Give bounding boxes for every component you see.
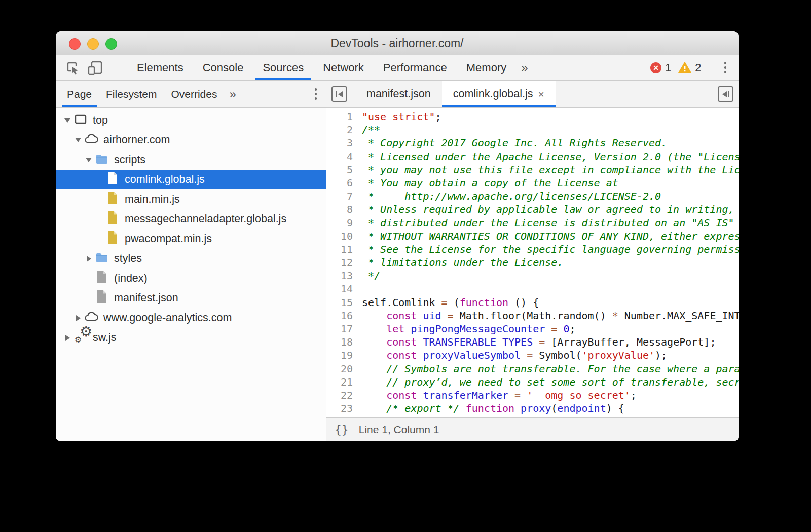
line-number: 1 <box>326 110 353 123</box>
editor-pane: manifest.jsoncomlink.global.js× 12345678… <box>326 81 739 441</box>
tree-item-pwacompat-min-js[interactable]: pwacompat.min.js <box>56 229 326 249</box>
code-line[interactable]: * Licensed under the Apache License, Ver… <box>362 150 739 163</box>
folder-icon <box>95 251 108 267</box>
zoom-window-button[interactable] <box>105 38 117 50</box>
tab-network[interactable]: Network <box>313 55 374 80</box>
navigator-tab-overrides[interactable]: Overrides <box>164 81 224 107</box>
chevron-down-icon[interactable] <box>72 138 84 142</box>
inspect-element-button[interactable] <box>64 59 82 77</box>
editor-status-bar: {} Line 1, Column 1 <box>326 417 739 441</box>
tree-item-label: www.google-analytics.com <box>103 312 232 324</box>
tree-item-label: comlink.global.js <box>125 173 205 186</box>
navigator-tab-filesystem[interactable]: Filesystem <box>99 81 164 107</box>
editor-tab-manifest-json[interactable]: manifest.json <box>355 81 442 107</box>
tab-memory[interactable]: Memory <box>457 55 516 80</box>
tree-item-label: main.min.js <box>125 193 180 206</box>
more-panels-button[interactable]: » <box>516 55 533 80</box>
editor-tab-label: comlink.global.js <box>453 88 533 100</box>
tree-item-messagechanneladapter-global-js[interactable]: messagechanneladapter.global.js <box>56 209 326 229</box>
code-line[interactable]: * WITHOUT WARRANTIES OR CONDITIONS OF AN… <box>362 230 739 243</box>
line-number: 11 <box>326 243 353 256</box>
tree-item-main-min-js[interactable]: main.min.js <box>56 189 326 209</box>
tree-item-label: scripts <box>114 154 145 166</box>
close-window-button[interactable] <box>69 38 81 50</box>
tree-item-sw-js[interactable]: ⚙⚙sw.js <box>56 328 326 348</box>
tree-item-styles[interactable]: styles <box>56 249 326 269</box>
tab-console[interactable]: Console <box>193 55 253 80</box>
code-line[interactable]: * limitations under the License. <box>362 256 739 269</box>
panel-tabs: ElementsConsoleSourcesNetworkPerformance… <box>127 55 516 80</box>
file-gray-icon <box>96 290 107 307</box>
inspect-cursor-icon <box>65 60 81 75</box>
code-line[interactable]: * Copyright 2017 Google Inc. All Rights … <box>362 136 739 149</box>
code-line[interactable]: "use strict"; <box>362 110 739 123</box>
navigator-pane: PageFilesystemOverrides » topairhorner.c… <box>56 81 326 441</box>
customize-devtools-button[interactable] <box>719 59 732 77</box>
code-line[interactable]: // Symbols are not transferable. For the… <box>362 362 739 375</box>
code-line[interactable]: * http://www.apache.org/licenses/LICENSE… <box>362 189 739 203</box>
code-line[interactable] <box>362 282 739 295</box>
tab-elements[interactable]: Elements <box>127 55 193 80</box>
navigator-toggle-icon[interactable] <box>331 86 347 102</box>
line-number: 7 <box>326 189 353 203</box>
line-number: 4 <box>326 150 353 163</box>
line-number: 20 <box>326 362 353 375</box>
error-badge[interactable]: ✕ 1 <box>650 61 671 74</box>
file-yellow-icon <box>107 231 118 247</box>
source-viewer[interactable]: 123456789101112131415161718192021222324 … <box>326 108 739 417</box>
code-line[interactable]: /** <box>362 123 739 136</box>
code-line[interactable]: * You may obtain a copy of the License a… <box>362 176 739 189</box>
code-line[interactable]: const uid = Math.floor(Math.random() * N… <box>362 309 739 322</box>
error-icon: ✕ <box>650 62 661 73</box>
chevron-right-icon[interactable] <box>72 315 84 321</box>
code-line[interactable]: const proxyValueSymbol = Symbol('proxyVa… <box>362 349 739 362</box>
tree-item-comlink-global-js[interactable]: comlink.global.js <box>56 170 326 189</box>
more-navigator-tabs-button[interactable]: » <box>224 81 241 107</box>
code-line[interactable]: // proxy’d, we need to set some sort of … <box>362 375 739 389</box>
code-line[interactable]: * distributed under the License is distr… <box>362 216 739 230</box>
code-line[interactable]: * See the License for the specific langu… <box>362 243 739 256</box>
tree-item-top[interactable]: top <box>56 110 326 130</box>
line-number: 5 <box>326 163 353 176</box>
code-line[interactable]: const transferMarker = '__omg_so_secret'… <box>362 389 739 402</box>
code-line[interactable]: const TRANSFERABLE_TYPES = [ArrayBuffer,… <box>362 335 739 349</box>
minimize-window-button[interactable] <box>87 38 99 50</box>
pretty-print-icon[interactable]: {} <box>335 423 349 436</box>
tab-sources[interactable]: Sources <box>253 55 313 80</box>
device-toolbar-button[interactable] <box>86 59 104 77</box>
editor-tab-comlink-global-js[interactable]: comlink.global.js× <box>442 81 556 107</box>
tree-item-airhorner-com[interactable]: airhorner.com <box>56 130 326 150</box>
tree-item-label: top <box>93 114 108 127</box>
code-line[interactable]: */ <box>362 269 739 282</box>
line-number: 8 <box>326 203 353 216</box>
navigator-menu-button[interactable] <box>310 85 322 103</box>
chevron-down-icon[interactable] <box>83 158 94 162</box>
debugger-toggle-icon[interactable] <box>718 86 733 102</box>
chevron-right-icon[interactable] <box>62 335 73 341</box>
close-icon[interactable]: × <box>538 88 544 100</box>
code-line[interactable]: let pingPongMessageCounter = 0; <box>362 322 739 335</box>
tab-performance[interactable]: Performance <box>374 55 457 80</box>
navigator-header: PageFilesystemOverrides » <box>56 81 326 108</box>
editor-tab-label: manifest.json <box>366 88 431 100</box>
warning-badge[interactable]: 2 <box>678 61 701 74</box>
code-line[interactable]: self.Comlink = (function () { <box>362 296 739 309</box>
tree-item-label: (index) <box>114 272 148 285</box>
title-bar[interactable]: DevTools - airhorner.com/ <box>56 31 739 55</box>
code-line[interactable]: /* export */ function proxy(endpoint) { <box>362 402 739 415</box>
tree-item-label: messagechanneladapter.global.js <box>125 213 286 225</box>
tree-item-scripts[interactable]: scripts <box>56 150 326 170</box>
code-line[interactable]: * you may not use this file except in co… <box>362 163 739 176</box>
frame-icon <box>74 113 87 128</box>
device-toolbar-icon <box>87 60 103 75</box>
tree-item-manifest-json[interactable]: manifest.json <box>56 288 326 308</box>
file-yellow-icon <box>107 191 118 208</box>
code-lines[interactable]: "use strict";/** * Copyright 2017 Google… <box>357 110 739 417</box>
tree-item-www-google-analytics-com[interactable]: www.google-analytics.com <box>56 308 326 328</box>
chevron-right-icon[interactable] <box>83 256 94 262</box>
navigator-tab-page[interactable]: Page <box>60 81 99 107</box>
code-line[interactable]: * Unless required by applicable law or a… <box>362 203 739 216</box>
chevron-down-icon[interactable] <box>62 118 73 123</box>
tree-item--index-[interactable]: (index) <box>56 269 326 288</box>
line-number: 22 <box>326 389 353 402</box>
